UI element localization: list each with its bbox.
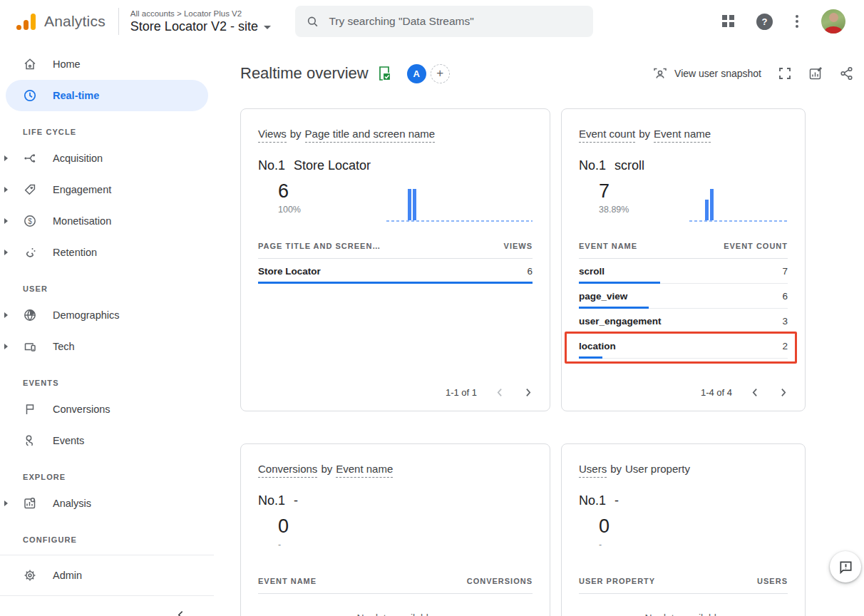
chevron-left-icon — [176, 610, 185, 616]
dimension-selector[interactable]: Event name — [336, 463, 393, 478]
pagination-label: 1-1 of 1 — [446, 387, 477, 398]
analytics-logo-icon — [19, 13, 37, 30]
table-header: EVENT NAME CONVERSIONS — [258, 577, 533, 594]
sidebar-item-home[interactable]: Home — [6, 48, 208, 80]
metric-selector[interactable]: Conversions — [258, 463, 317, 478]
top-entry: No.1 - — [579, 493, 788, 508]
chart-pencil-icon — [808, 66, 823, 81]
sidebar-item-conversions[interactable]: Conversions — [6, 394, 208, 425]
search-input[interactable] — [329, 15, 582, 28]
sidebar-item-admin[interactable]: Admin — [6, 560, 208, 591]
table-row[interactable]: page_view 6 — [579, 284, 788, 309]
sidebar-item-retention[interactable]: Retention — [6, 237, 208, 268]
sidebar-item-realtime[interactable]: Real-time — [6, 80, 208, 111]
metric-selector[interactable]: Event count — [579, 128, 635, 143]
table-row[interactable]: user_engagement 3 — [579, 309, 788, 334]
sidebar: Home Real-time LIFE CYCLE Acquisition En… — [0, 43, 214, 616]
dimension-selector[interactable]: Page title and screen name — [305, 128, 436, 143]
table-row[interactable]: scroll 7 — [579, 259, 788, 284]
sidebar-item-engagement[interactable]: Engagement — [6, 174, 208, 205]
table-header: USER PROPERTY USERS — [579, 577, 788, 594]
comparison-chip-a[interactable]: A — [407, 64, 426, 83]
sidebar-item-acquisition[interactable]: Acquisition — [6, 143, 208, 174]
card-views-by-page-title: Views by Page title and screen name No.1… — [240, 108, 550, 411]
next-page-icon[interactable] — [778, 388, 788, 397]
top-entry: No.1 scroll — [579, 158, 788, 173]
expand-arrow-icon — [4, 250, 8, 255]
cards-grid: Views by Page title and screen name No.1… — [240, 108, 864, 616]
section-label-explore: EXPLORE — [0, 466, 214, 488]
property-name: Store Locator V2 - site — [130, 19, 258, 34]
share-button[interactable] — [840, 66, 853, 81]
more-options-icon[interactable] — [794, 14, 800, 29]
analytics-logo[interactable]: Analytics — [0, 13, 106, 30]
sidebar-item-monetisation[interactable]: $ Monetisation — [6, 205, 208, 237]
report-status-button[interactable] — [377, 66, 391, 81]
chevron-down-icon — [264, 26, 271, 29]
dimension-selector[interactable]: User property — [625, 463, 690, 478]
table-row[interactable]: Store Locator 6 — [258, 259, 533, 284]
insights-button[interactable] — [808, 66, 823, 81]
card-conversions-by-event-name: Conversions by Event name No.1 - 0 - EVE… — [240, 443, 550, 616]
expand-arrow-icon — [4, 344, 8, 349]
add-comparison-button[interactable]: + — [431, 64, 450, 83]
card-title: Event count by Event name — [579, 128, 788, 143]
table-header: EVENT NAME EVENT COUNT — [579, 242, 788, 259]
table-header: PAGE TITLE AND SCREEN… VIEWS — [258, 242, 533, 259]
flag-icon — [23, 402, 37, 416]
chart-magnifier-icon — [23, 496, 37, 510]
empty-state-message: No data available — [579, 612, 788, 616]
section-label-configure: CONFIGURE — [0, 529, 214, 550]
card-title: Views by Page title and screen name — [258, 128, 533, 143]
view-user-snapshot-button[interactable]: View user snapshot — [653, 67, 761, 80]
prev-page-icon[interactable] — [495, 388, 505, 397]
sidebar-item-analysis[interactable]: Analysis — [6, 488, 208, 519]
gear-icon — [23, 568, 37, 582]
next-page-icon[interactable] — [523, 388, 533, 397]
metric-percent: - — [599, 540, 610, 550]
engagement-icon — [23, 183, 37, 197]
sidebar-item-demographics[interactable]: Demographics — [6, 299, 208, 331]
sidebar-item-events[interactable]: Events — [6, 425, 208, 456]
apps-grid-icon[interactable] — [722, 15, 735, 28]
metric-selector[interactable]: Views — [258, 128, 287, 143]
dimension-selector[interactable]: Event name — [654, 128, 711, 143]
metric-selector[interactable]: Users — [579, 463, 607, 478]
expand-arrow-icon — [4, 218, 8, 224]
metric-value: 6 — [278, 180, 301, 202]
search-bar[interactable] — [295, 6, 593, 37]
top-entry: No.1 Store Locator — [258, 158, 533, 173]
sidebar-divider — [0, 555, 214, 555]
svg-text:$: $ — [28, 217, 32, 225]
acquisition-icon — [23, 151, 37, 165]
header-divider — [118, 8, 119, 35]
card-users-by-user-property: Users by User property No.1 - 0 - USER P… — [561, 443, 806, 616]
empty-state-message: No data available — [258, 612, 533, 616]
metric-value: 0 — [278, 515, 289, 538]
search-icon — [307, 15, 319, 29]
sidebar-item-tech[interactable]: Tech — [6, 331, 208, 362]
card-event-count-by-event-name: Event count by Event name No.1 scroll 7 … — [561, 108, 806, 411]
feedback-icon — [838, 560, 853, 575]
expand-arrow-icon — [4, 187, 8, 192]
globe-icon — [23, 308, 37, 322]
property-selector[interactable]: All accounts > Locator Plus V2 Store Loc… — [130, 9, 271, 34]
table-row-location-highlighted[interactable]: location 2 — [579, 334, 788, 359]
prev-page-icon[interactable] — [751, 388, 760, 397]
top-entry-name: - — [294, 493, 298, 508]
avatar[interactable] — [821, 9, 845, 34]
metric-percent: 100% — [278, 205, 301, 215]
feedback-button[interactable] — [830, 551, 861, 582]
document-check-icon — [377, 66, 391, 81]
top-entry-name: scroll — [614, 158, 644, 173]
devices-icon — [23, 339, 37, 354]
sidebar-divider — [0, 595, 214, 596]
metric-value: 7 — [599, 180, 629, 202]
card-title: Users by User property — [579, 463, 788, 478]
home-icon — [23, 57, 37, 71]
help-icon[interactable]: ? — [756, 14, 773, 30]
brand-name: Analytics — [44, 13, 106, 30]
fullscreen-button[interactable] — [778, 67, 791, 80]
share-icon — [840, 66, 853, 81]
collapse-sidebar-button[interactable] — [0, 600, 214, 616]
